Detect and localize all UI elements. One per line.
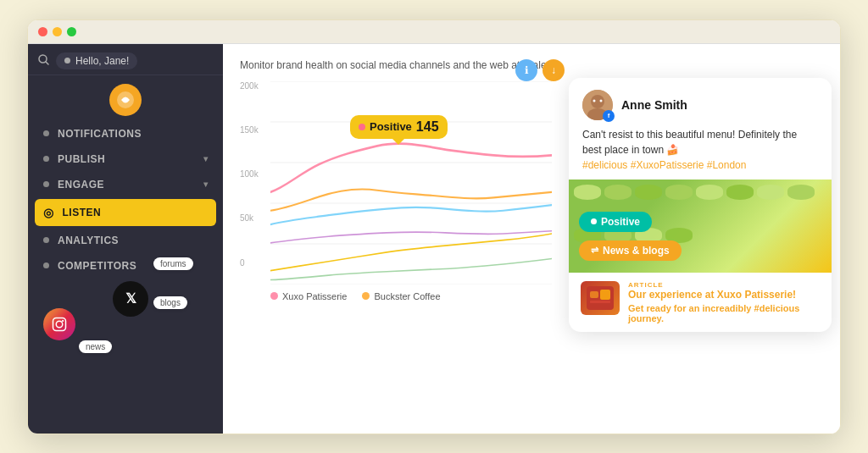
maximize-button[interactable] [67, 27, 76, 36]
svg-point-5 [62, 319, 64, 321]
article-thumbnail [581, 281, 620, 315]
positive-label: Positive [601, 216, 640, 228]
nav-notifications[interactable]: NOTIFICATIONS [28, 121, 223, 146]
nav-competitors[interactable]: COMPETITORS [28, 253, 223, 279]
article-section: ARTICLE Our experience at Xuxo Patisseri… [569, 273, 832, 333]
nav-engage[interactable]: ENGAGE ▾ [28, 172, 223, 197]
positive-dot [591, 218, 597, 224]
svg-rect-20 [590, 301, 610, 303]
news-blogs-button[interactable]: ⇌ News & blogs [579, 240, 682, 261]
social-card: f Anne Smith Can't resist to this beauti… [569, 78, 832, 333]
article-title-post: ! [793, 289, 796, 301]
macaron-2 [604, 185, 632, 200]
news-label: news [79, 340, 112, 353]
download-icon[interactable]: ↓ [542, 59, 565, 81]
sidebar: Hello, Jane! NOTIFICATIONS PUBLISH ▾ [28, 44, 223, 434]
nav-label: ENGAGE [58, 179, 104, 191]
svg-point-15 [593, 99, 596, 102]
svg-rect-3 [53, 318, 66, 330]
svg-rect-18 [590, 291, 598, 298]
minimize-button[interactable] [53, 27, 62, 36]
info-icon[interactable]: ℹ [515, 59, 537, 81]
app-body: Hello, Jane! NOTIFICATIONS PUBLISH ▾ [28, 44, 840, 434]
nav-label: ANALYTICS [58, 235, 119, 246]
avatar-wrap: f [582, 90, 613, 120]
legend-buckster: Buckster Coffee [362, 291, 440, 301]
macaron-6 [726, 185, 754, 200]
facebook-badge: f [603, 110, 615, 122]
legend-xuxo: Xuxo Patisserie [270, 291, 347, 301]
nav-dot [43, 181, 49, 187]
svg-rect-19 [600, 290, 610, 300]
article-title: Our experience at Xuxo Patisserie! [628, 289, 820, 302]
positive-button[interactable]: Positive [579, 212, 652, 232]
nav-dot [43, 156, 49, 162]
article-content: ARTICLE Our experience at Xuxo Patisseri… [628, 281, 820, 324]
macaron-4 [665, 185, 693, 200]
y-label-200k: 200k [240, 81, 267, 91]
article-title-pre: Our experience at [628, 289, 717, 301]
nav-dot [43, 237, 49, 243]
chart-tooltip: Positive 145 [350, 115, 448, 139]
y-label-150k: 150k [240, 125, 267, 135]
y-label-0: 0 [240, 258, 267, 268]
nav-label: NOTIFICATIONS [58, 128, 142, 140]
legend-label-buckster: Buckster Coffee [374, 291, 440, 301]
listen-icon: ◎ [43, 206, 54, 219]
article-desc-post: journey. [628, 313, 664, 323]
social-section: 𝕏 forums blogs news [28, 332, 223, 417]
tooltip-arrow [392, 139, 404, 145]
close-button[interactable] [38, 27, 47, 36]
chart-svg [270, 81, 552, 285]
y-label-50k: 50k [240, 213, 267, 223]
twitter-x-icon[interactable]: 𝕏 [113, 281, 148, 317]
macaron-1 [574, 185, 601, 200]
tooltip-dot [359, 124, 365, 130]
nav-listen[interactable]: ◎ LISTEN [35, 199, 216, 226]
card-body-text: Can't resist to this beautiful menu! Def… [582, 127, 818, 157]
legend-label-xuxo: Xuxo Patisserie [282, 291, 347, 301]
svg-point-13 [591, 95, 604, 108]
svg-line-1 [46, 62, 48, 64]
sidebar-top: Hello, Jane! [28, 44, 223, 75]
filter-icon: ⇌ [591, 245, 598, 256]
nav-label: LISTEN [63, 207, 102, 218]
card-header: f Anne Smith [582, 90, 818, 120]
nav-dot [43, 262, 49, 268]
nav-publish[interactable]: PUBLISH ▾ [28, 146, 223, 172]
chevron-icon: ▾ [203, 154, 209, 163]
nav-analytics[interactable]: ANALYTICS [28, 228, 223, 253]
search-icon[interactable] [38, 54, 49, 68]
tooltip-label: Positive [370, 120, 412, 133]
forums-label: forums [153, 257, 193, 270]
news-label: News & blogs [603, 245, 670, 257]
brand-logo[interactable] [109, 84, 142, 116]
legend-dot-buckster [362, 292, 370, 300]
card-hashtags: #delicious #XuxoPatisserie #London [582, 159, 818, 171]
tooltip-value: 145 [416, 119, 439, 135]
svg-point-16 [600, 99, 603, 102]
card-top: f Anne Smith Can't resist to this beauti… [569, 78, 832, 180]
blogs-label: blogs [153, 296, 187, 309]
user-name: Anne Smith [621, 98, 687, 112]
y-label-100k: 100k [240, 169, 267, 179]
instagram-icon[interactable] [43, 308, 75, 340]
article-description: Get ready for an increadibly #delicious … [628, 303, 820, 323]
article-title-highlight: Xuxo Patisserie [717, 289, 793, 301]
nav-label: COMPETITORS [58, 260, 136, 272]
browser-window: Hello, Jane! NOTIFICATIONS PUBLISH ▾ [27, 19, 841, 434]
top-icons: ℹ ↓ [515, 59, 565, 81]
article-desc-highlight: #delicious [754, 303, 800, 313]
nav-label: PUBLISH [58, 153, 105, 165]
status-dot [64, 58, 70, 64]
titlebar [28, 20, 840, 44]
chevron-icon: ▾ [203, 180, 209, 189]
article-label: ARTICLE [628, 281, 820, 289]
legend-dot-xuxo [270, 292, 278, 300]
y-axis: 200k 150k 100k 50k 0 [240, 81, 267, 268]
nav-dot [43, 130, 49, 136]
card-image: Positive ⇌ News & blogs [569, 180, 832, 273]
main-content: Monitor brand health on social media cha… [223, 44, 840, 434]
hello-badge: Hello, Jane! [56, 52, 137, 69]
svg-point-4 [56, 321, 63, 328]
